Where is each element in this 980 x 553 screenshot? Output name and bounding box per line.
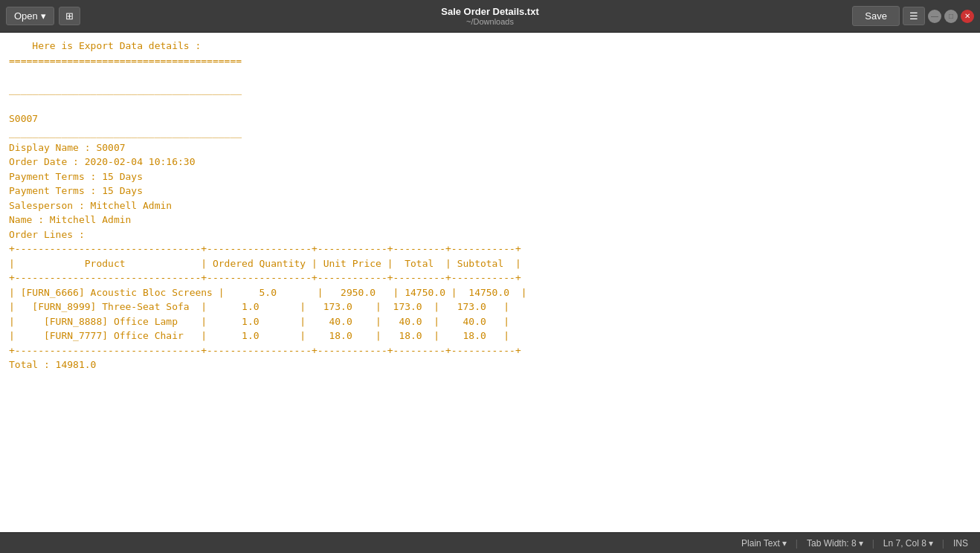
minimize-button[interactable]: —	[928, 10, 941, 23]
position-indicator[interactable]: Ln 7, Col 8 ▾	[877, 537, 939, 550]
save-button[interactable]: Save	[852, 6, 900, 26]
status-separator-3: |	[942, 538, 944, 549]
titlebar: Open ▾ ⊞ Sale Order Details.txt ~/Downlo…	[0, 0, 980, 33]
menu-button[interactable]: ☰	[903, 7, 925, 25]
recent-files-button[interactable]: ⊞	[59, 7, 80, 25]
titlebar-left: Open ▾ ⊞	[6, 7, 80, 25]
editor-area[interactable]: Here is Export Data details : ==========…	[0, 33, 980, 532]
plain-text-selector[interactable]: Plain Text ▾	[735, 537, 793, 550]
tab-width-chevron-icon: ▾	[859, 538, 863, 549]
open-button[interactable]: Open ▾	[6, 7, 54, 25]
status-separator-2: |	[872, 538, 874, 549]
insert-mode-label: INS	[953, 538, 968, 549]
maximize-button[interactable]: □	[944, 10, 958, 23]
window-title: Sale Order Details.txt	[441, 6, 539, 17]
editor-content: Here is Export Data details : ==========…	[9, 39, 971, 372]
tab-width-label: Tab Width: 8	[807, 538, 857, 549]
statusbar: Plain Text ▾ | Tab Width: 8 ▾ | Ln 7, Co…	[0, 532, 980, 553]
titlebar-center: Sale Order Details.txt ~/Downloads	[441, 6, 539, 26]
titlebar-right: Save ☰ — □ ✕	[852, 6, 974, 26]
window-subtitle: ~/Downloads	[441, 17, 539, 26]
position-label: Ln 7, Col 8	[883, 538, 926, 549]
insert-mode-indicator: INS	[947, 537, 974, 550]
tab-width-selector[interactable]: Tab Width: 8 ▾	[801, 537, 869, 550]
plain-text-label: Plain Text	[741, 538, 780, 549]
window-controls: — □ ✕	[928, 10, 974, 23]
plain-text-chevron-icon: ▾	[782, 538, 787, 549]
open-label: Open	[14, 10, 38, 22]
close-button[interactable]: ✕	[961, 10, 974, 23]
position-chevron-icon: ▾	[929, 538, 933, 549]
open-chevron-icon: ▾	[41, 10, 46, 22]
status-separator-1: |	[796, 538, 798, 549]
